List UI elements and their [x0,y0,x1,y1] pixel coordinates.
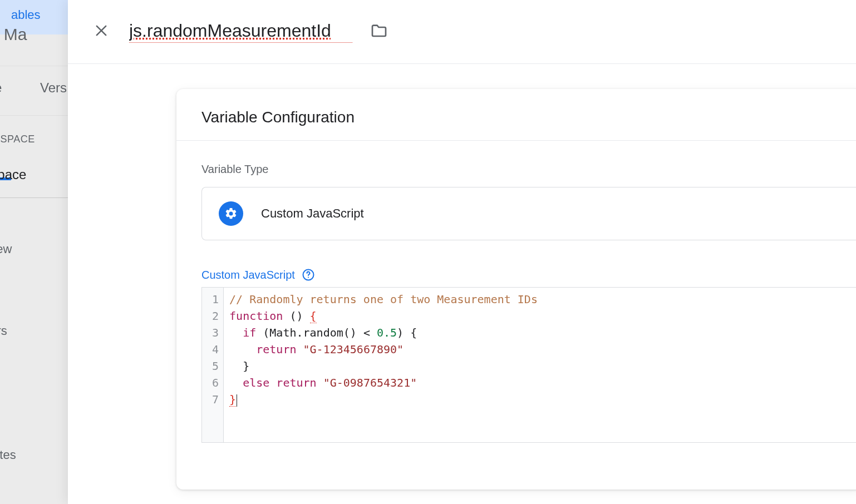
variable-type-selector[interactable]: Custom JavaScript [201,187,856,240]
config-title: Variable Configuration [201,108,856,126]
app-title: Tag Ma [0,25,27,44]
sidebar-triggers: gers [0,324,7,338]
variable-type-name: Custom JavaScript [261,206,364,221]
code-content[interactable]: // Randomly returns one of two Measureme… [224,288,856,442]
sidebar-folders: ers [0,406,1,421]
field-label-row: Custom JavaScript [201,268,856,281]
line-number-gutter: 1234567 [202,288,224,442]
gear-icon [219,201,243,226]
workspace-divider [0,197,68,198]
modal-body: Variable Configuration Variable Type Cus… [68,64,856,490]
sidebar-overview: rview [0,242,12,256]
workspace-name: orkspace [0,167,26,182]
background-page: Tag Ma e Vers ORKSPACE orkspace rview ge… [0,0,68,504]
help-icon[interactable] [302,268,315,281]
custom-js-label: Custom JavaScript [201,269,295,281]
close-icon [94,23,109,41]
bg-tab-active: e [0,80,2,96]
close-button[interactable] [90,21,112,43]
text-cursor [237,394,237,407]
variable-type-label: Variable Type [201,163,856,176]
svg-point-3 [308,277,309,278]
variable-editor-modal: Variable Configuration Variable Type Cus… [68,0,856,504]
folder-icon [370,22,388,42]
code-editor[interactable]: 1234567 // Randomly returns one of two M… [201,287,856,443]
sidebar-templates: plates [0,448,16,462]
modal-header [68,0,856,64]
variable-name-input[interactable] [129,21,352,43]
folder-button[interactable] [369,22,389,42]
bg-tab-versions: Vers [40,80,67,96]
workspace-label: ORKSPACE [0,134,35,145]
config-divider [176,140,856,141]
variable-config-card: Variable Configuration Variable Type Cus… [176,89,856,490]
